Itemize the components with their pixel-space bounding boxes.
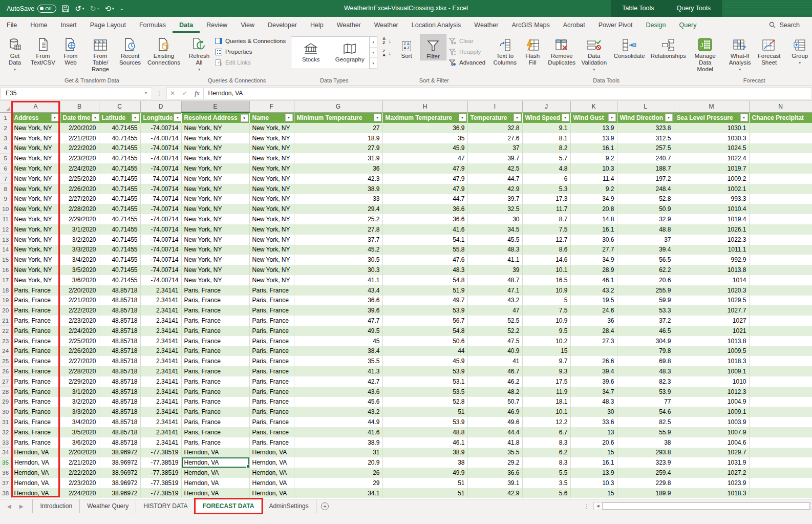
cell[interactable]: Paris, France (181, 376, 249, 387)
cell[interactable]: New York, NY (249, 235, 294, 245)
cell[interactable]: 53.9 (382, 417, 467, 427)
row-header[interactable]: 19 (0, 296, 11, 306)
cell[interactable]: 13.9 (570, 468, 617, 478)
cell[interactable] (749, 376, 812, 387)
row-header[interactable]: 25 (0, 356, 11, 366)
cell[interactable]: New York, NY (11, 275, 60, 285)
column-header-k[interactable]: K (570, 101, 617, 112)
cell[interactable] (749, 387, 812, 397)
cell[interactable]: 312.5 (617, 133, 674, 143)
cell[interactable]: 26 (294, 468, 382, 478)
cell[interactable]: Herndon, VA (11, 448, 60, 458)
cell[interactable]: 3/5/2020 (60, 427, 99, 437)
cell[interactable]: 42.9 (467, 184, 522, 194)
cell[interactable]: 304.9 (617, 336, 674, 346)
cell[interactable]: Paris, France (181, 387, 249, 397)
cell[interactable]: 8.2 (522, 143, 570, 154)
cell[interactable]: 17.5 (522, 376, 570, 387)
cell[interactable]: 27 (294, 123, 382, 133)
cell[interactable]: 36.6 (382, 204, 467, 214)
from-text-csv-button[interactable]: From Text/CSV (29, 34, 57, 66)
cell[interactable]: Herndon, VA (11, 468, 60, 478)
tab-acrobat[interactable]: Acrobat (557, 17, 592, 33)
cell[interactable]: 11.9 (522, 387, 570, 397)
cell[interactable]: Herndon, VA (181, 468, 249, 478)
cell[interactable]: 2.34141 (140, 316, 181, 326)
cell[interactable]: 2/24/2020 (60, 163, 99, 174)
cell[interactable]: 25.2 (294, 214, 382, 224)
cell[interactable]: New York, NY (249, 163, 294, 174)
cell[interactable]: 54.8 (382, 326, 467, 336)
cell[interactable]: 53.9 (617, 387, 674, 397)
cell[interactable]: 1009.5 (674, 346, 749, 357)
cell[interactable]: 1011.1 (674, 245, 749, 255)
cell[interactable]: 51 (382, 407, 467, 417)
cell[interactable]: Herndon, VA (11, 488, 60, 498)
cell[interactable]: Herndon, VA (249, 488, 294, 498)
cell[interactable]: Paris, France (11, 305, 60, 316)
cell[interactable]: 54.1 (382, 235, 467, 245)
cell[interactable]: 47.1 (467, 285, 522, 296)
cell[interactable]: New York, NY (249, 255, 294, 265)
cell[interactable]: 8.1 (522, 133, 570, 143)
cell[interactable]: Paris, France (181, 427, 249, 437)
cell[interactable]: New York, NY (11, 184, 60, 194)
row-header[interactable]: 12 (0, 224, 11, 235)
cell[interactable] (749, 316, 812, 326)
cell[interactable]: New York, NY (11, 214, 60, 224)
row-header[interactable]: 9 (0, 194, 11, 204)
cell[interactable]: Paris, France (249, 326, 294, 336)
cell[interactable]: Paris, France (11, 356, 60, 366)
cell[interactable]: 1013.8 (674, 265, 749, 275)
cell[interactable]: 38.9 (382, 448, 467, 458)
column-header-c[interactable]: C (99, 101, 140, 112)
cell[interactable]: 16.5 (522, 275, 570, 285)
cell[interactable]: 12.7 (522, 235, 570, 245)
cell[interactable]: 40.71455 (99, 163, 140, 174)
cell[interactable]: 2.34141 (140, 346, 181, 357)
cell[interactable]: 12.2 (522, 417, 570, 427)
column-header-e[interactable]: E (181, 101, 249, 112)
cell[interactable]: 10.9 (522, 316, 570, 326)
cell[interactable]: 1022.3 (674, 235, 749, 245)
cell[interactable]: 41.6 (294, 427, 382, 437)
cell[interactable]: 1007.9 (674, 427, 749, 437)
cell[interactable]: New York, NY (181, 184, 249, 194)
tab-power-pivot[interactable]: Power Pivot (592, 17, 639, 33)
cell[interactable]: -74.00714 (140, 163, 181, 174)
cell[interactable]: 40.71455 (99, 265, 140, 275)
cell[interactable]: 28.4 (570, 326, 617, 336)
cell[interactable]: 48.85718 (99, 346, 140, 357)
cell[interactable]: -74.00714 (140, 214, 181, 224)
filter-dropdown-icon[interactable]: ▼ (665, 114, 673, 121)
cell[interactable]: 2/20/2020 (60, 285, 99, 296)
remove-duplicates-button[interactable]: Remove Duplicates (546, 34, 578, 66)
cell[interactable]: 29.2 (467, 457, 522, 468)
cell[interactable]: New York, NY (249, 133, 294, 143)
column-header-i[interactable]: I (467, 101, 522, 112)
cell[interactable]: 2.34141 (140, 356, 181, 366)
row-header[interactable]: 1 (0, 112, 11, 123)
filter-dropdown-icon[interactable]: ▼ (459, 114, 466, 121)
cell[interactable] (749, 366, 812, 376)
cell[interactable]: 3/3/2020 (60, 245, 99, 255)
cell[interactable]: Paris, France (11, 296, 60, 306)
cell[interactable]: New York, NY (181, 245, 249, 255)
cell[interactable]: 34.5 (467, 224, 522, 235)
cell[interactable]: 48.85718 (99, 326, 140, 336)
cell[interactable]: 62.2 (617, 265, 674, 275)
cell[interactable]: 1024.5 (674, 143, 749, 154)
cell[interactable]: 40.71455 (99, 143, 140, 154)
cell[interactable]: 3/1/2020 (60, 387, 99, 397)
cell[interactable]: 48.2 (467, 387, 522, 397)
cell[interactable]: 20.8 (570, 204, 617, 214)
cell[interactable]: 32.9 (617, 214, 674, 224)
table-column-header[interactable]: Wind Direction▼ (617, 112, 674, 123)
cell[interactable]: Paris, France (11, 427, 60, 437)
cell[interactable]: 7.5 (522, 305, 570, 316)
cell[interactable]: New York, NY (181, 265, 249, 275)
table-tools-tab[interactable]: Table Tools (611, 0, 665, 17)
cell[interactable]: 36.9 (382, 123, 467, 133)
row-header[interactable]: 29 (0, 397, 11, 407)
autosave-toggle[interactable]: AutoSave Off (7, 5, 56, 13)
